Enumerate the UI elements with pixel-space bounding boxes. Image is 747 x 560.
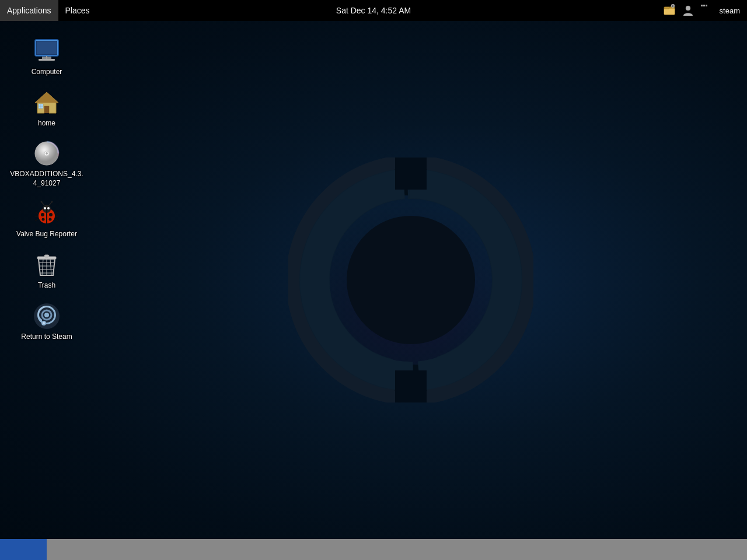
svg-line-48	[35, 219, 39, 221]
chat-tray-icon[interactable]	[699, 2, 715, 19]
trash-label: Trash	[38, 281, 55, 290]
bottom-left-button[interactable]	[0, 539, 47, 560]
computer-icon-image	[33, 37, 61, 65]
vboxadditions-label: VBOXADDITIONS_4.3.4_91027	[9, 170, 84, 188]
datetime-display: Sat Dec 14, 4:52 AM	[336, 6, 411, 15]
chat-icon	[700, 4, 713, 17]
svg-rect-12	[672, 5, 673, 7]
svg-point-13	[686, 6, 690, 10]
user-icon	[682, 4, 694, 17]
steam-tray-label[interactable]: steam	[717, 6, 742, 15]
svg-rect-14	[701, 5, 703, 6]
svg-rect-20	[39, 59, 55, 61]
svg-line-51	[55, 219, 58, 221]
svg-rect-8	[395, 370, 427, 402]
home-label: home	[38, 119, 55, 128]
desktop: Applications Places Sat Dec 14, 4:52 AM	[0, 0, 747, 560]
valve-bug-reporter-icon-image	[33, 200, 61, 228]
valve-bug-reporter-icon[interactable]: Valve Bug Reporter	[6, 196, 88, 243]
bottom-right-area	[47, 539, 747, 560]
svg-marker-24	[35, 92, 58, 103]
computer-icon[interactable]: Computer	[6, 34, 88, 80]
svg-rect-7	[395, 158, 427, 190]
taskbar-tray: steam	[661, 2, 747, 19]
file-manager-icon	[663, 4, 676, 17]
svg-point-37	[49, 213, 53, 216]
return-to-steam-icon[interactable]: Return to Steam	[6, 299, 88, 345]
svg-rect-16	[706, 5, 707, 6]
valve-bug-reporter-label: Valve Bug Reporter	[16, 230, 77, 239]
taskbar: Applications Places Sat Dec 14, 4:52 AM	[0, 0, 747, 21]
svg-point-38	[42, 218, 45, 221]
home-icon[interactable]: home	[6, 85, 88, 132]
svg-point-65	[44, 313, 49, 317]
svg-rect-15	[703, 5, 705, 6]
trash-icon-image	[33, 251, 61, 279]
home-icon-image	[33, 89, 61, 117]
svg-rect-10	[664, 9, 675, 15]
svg-point-4	[347, 216, 475, 344]
computer-label: Computer	[32, 68, 62, 77]
trash-icon[interactable]: Trash	[6, 247, 88, 294]
applications-menu[interactable]: Applications	[0, 0, 58, 21]
return-to-steam-icon-image	[33, 302, 61, 330]
svg-point-43	[51, 201, 53, 203]
user-tray-icon[interactable]	[680, 2, 696, 19]
svg-point-39	[49, 218, 52, 221]
svg-point-42	[41, 201, 43, 203]
steam-bg-logo	[288, 158, 533, 402]
svg-point-32	[46, 152, 48, 155]
bottom-taskbar	[0, 539, 747, 560]
svg-rect-25	[44, 106, 49, 113]
svg-line-49	[55, 212, 58, 214]
svg-point-36	[41, 213, 44, 216]
svg-rect-60	[44, 255, 49, 257]
svg-point-44	[44, 207, 46, 209]
svg-point-63	[43, 322, 45, 324]
places-menu[interactable]: Places	[58, 0, 97, 21]
svg-rect-21	[37, 41, 57, 54]
svg-point-45	[47, 207, 50, 209]
svg-line-46	[35, 212, 39, 214]
taskbar-left: Applications Places	[0, 0, 97, 21]
vboxadditions-icon-image	[33, 139, 61, 167]
return-to-steam-label: Return to Steam	[21, 332, 72, 342]
vboxadditions-icon[interactable]: VBOXADDITIONS_4.3.4_91027	[6, 136, 88, 191]
desktop-icons-area: Computer home	[0, 29, 93, 349]
file-manager-tray-icon[interactable]	[661, 2, 678, 19]
